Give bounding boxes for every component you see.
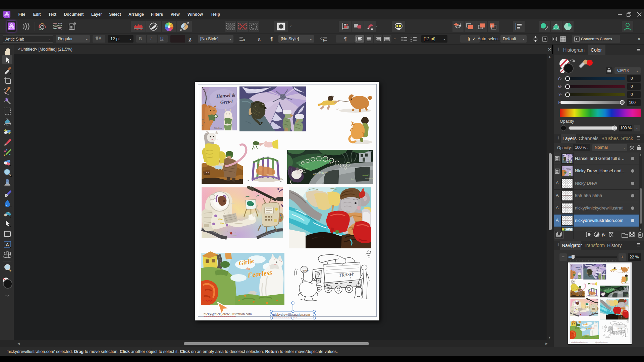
svg-text:¶: ¶ (323, 38, 325, 42)
svg-text:Y:: Y: (558, 93, 562, 97)
svg-text:M:: M: (558, 85, 562, 89)
svg-text:a: a (243, 38, 245, 42)
svg-text:C:: C: (558, 77, 562, 81)
svg-text:A: A (6, 242, 9, 247)
svg-text:fx: fx (602, 232, 605, 237)
